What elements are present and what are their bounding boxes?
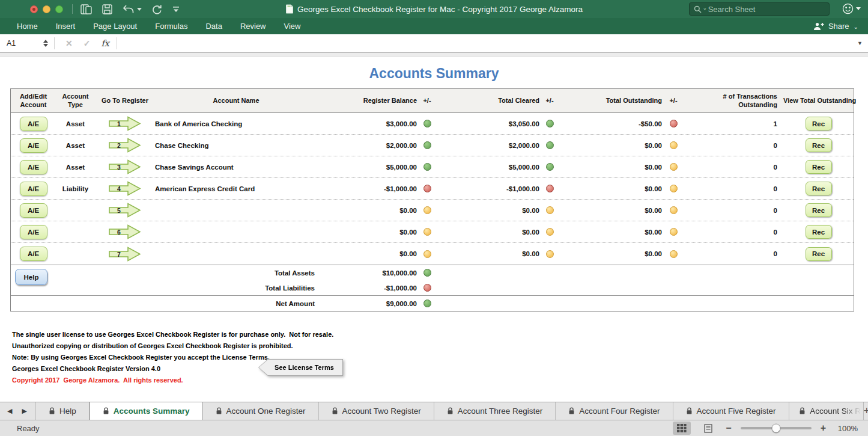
zoom-out-button[interactable]: − [726,423,731,433]
normal-view-button[interactable] [673,422,691,435]
svg-text:4: 4 [117,185,121,192]
ribbon-tab-insert[interactable]: Insert [56,22,76,31]
total-cleared-status [542,163,557,171]
name-box-stepper[interactable] [43,40,48,47]
go-to-register-arrow[interactable]: 3 [95,159,155,175]
go-to-register-arrow[interactable]: 6 [95,224,155,240]
name-box[interactable]: A1 [0,39,43,48]
sheet-tab-account-three-register[interactable]: Account Three Register [434,402,556,420]
add-edit-button[interactable]: A/E [20,117,47,131]
sheet-tab-label: Accounts Summary [114,407,190,416]
search-scope-chevron-icon[interactable]: ˅ [703,7,706,12]
zoom-slider-knob[interactable] [771,424,780,433]
share-button[interactable]: Share ⌄ [813,22,868,31]
rec-button[interactable]: Rec [806,203,832,217]
add-edit-button[interactable]: A/E [20,182,47,196]
close-window-button[interactable] [30,5,38,13]
rec-button[interactable]: Rec [806,247,832,261]
rec-cell: Rec [783,138,854,152]
total-status [419,269,435,277]
save-icon[interactable] [102,4,112,14]
ribbon-tab-review[interactable]: Review [240,22,266,31]
total-outstanding: $0.00 [557,250,664,257]
header-total-outstanding: Total Outstanding [557,97,664,105]
add-sheet-button[interactable]: + [864,402,868,420]
go-to-register-arrow[interactable]: 1 [95,115,155,132]
go-to-register-arrow[interactable]: 4 [95,180,155,197]
total-cleared: $0.00 [435,229,542,236]
accept-entry-icon[interactable]: ✓ [83,38,91,48]
add-edit-button[interactable]: A/E [20,203,47,218]
ribbon-tab-bar: HomeInsertPage LayoutFormulasDataReviewV… [0,18,868,34]
rec-button[interactable]: Rec [806,225,832,239]
undo-icon[interactable] [123,5,135,14]
add-edit-button[interactable]: A/E [20,225,47,239]
total-outstanding-status [664,163,682,171]
ribbon-tab-formulas[interactable]: Formulas [155,22,187,31]
fullscreen-window-button[interactable] [55,5,63,13]
go-to-register-arrow[interactable]: 2 [95,137,155,153]
undo-dropdown-icon[interactable] [137,8,142,11]
header-add-edit-account: Add/EditAccount [11,93,56,109]
previous-sheet-icon[interactable]: ◀ [7,407,12,415]
see-license-terms-button[interactable]: See License Terms [258,359,343,376]
total-outstanding: -$50.00 [557,120,664,127]
ribbon-tab-data[interactable]: Data [205,22,222,31]
go-to-register-arrow[interactable]: 5 [95,202,155,218]
sheet-tab-account-one-register[interactable]: Account One Register [203,402,319,420]
lock-icon [49,407,55,415]
stepper-up-icon [43,40,48,43]
rec-button[interactable]: Rec [806,182,832,195]
svg-text:1: 1 [117,120,121,127]
total-outstanding-status [664,141,682,149]
total-cleared: $2,000.00 [435,142,542,149]
insert-function-icon[interactable]: fx [101,38,109,48]
excel-window: Georges Excel Checkbook Register for Mac… [0,0,868,436]
account-name: American Express Credit Card [155,185,317,192]
table-row: A/E7$0.00$0.00$0.000Rec [11,243,854,265]
sheet-tab-account-six-r[interactable]: Account Six R [789,402,864,420]
totals-section: Help Total Assets$10,000.00Total Liabili… [11,265,854,311]
register-balance-status [419,163,435,171]
total-outstanding-status [664,228,682,236]
feedback-control[interactable] [842,3,861,14]
page-layout-view-button[interactable] [700,422,717,435]
sheet-tab-help[interactable]: Help [36,402,90,420]
svg-text:7: 7 [117,250,121,257]
account-name: Chase Checking [155,142,317,149]
sheet-tab-account-four-register[interactable]: Account Four Register [556,402,673,420]
sheet-tab-label: Account Five Register [697,407,776,416]
add-edit-button[interactable]: A/E [20,247,47,261]
search-input[interactable] [708,5,825,14]
ribbon-tab-view[interactable]: View [284,22,301,31]
total-cleared: $3,050.00 [435,120,542,127]
stepper-down-icon [43,44,48,47]
redo-icon[interactable] [152,4,162,14]
search-sheet-box[interactable]: ˅ [689,2,830,16]
zoom-slider[interactable] [741,427,812,429]
formula-input[interactable] [117,34,857,52]
rec-button[interactable]: Rec [806,117,832,130]
page-title: Accounts Summary [0,66,868,82]
sheet-tab-account-two-register[interactable]: Account Two Register [319,402,434,420]
rec-button[interactable]: Rec [806,138,832,152]
sheet-tab-accounts-summary[interactable]: Accounts Summary [90,402,203,420]
cancel-entry-icon[interactable]: ✕ [65,38,73,48]
ribbon-tab-home[interactable]: Home [17,22,38,31]
go-to-register-arrow[interactable]: 7 [95,246,155,262]
help-button[interactable]: Help [15,269,47,285]
formula-bar-expand-icon[interactable]: ▼ [857,40,868,46]
add-edit-button[interactable]: A/E [20,138,47,153]
ribbon-tab-page-layout[interactable]: Page Layout [93,22,137,31]
minimize-window-button[interactable] [43,5,50,13]
lock-icon [332,407,338,415]
header-plus-minus-1: +/- [419,97,435,105]
sheet-tab-account-five-register[interactable]: Account Five Register [673,402,789,420]
titlebar: Georges Excel Checkbook Register for Mac… [0,0,868,18]
rec-button[interactable]: Rec [806,160,832,174]
next-sheet-icon[interactable]: ▶ [22,407,26,415]
new-from-template-icon[interactable] [80,4,92,14]
add-edit-button[interactable]: A/E [20,160,47,174]
customize-toolbar-icon[interactable] [172,6,180,13]
zoom-in-button[interactable]: + [821,423,826,433]
